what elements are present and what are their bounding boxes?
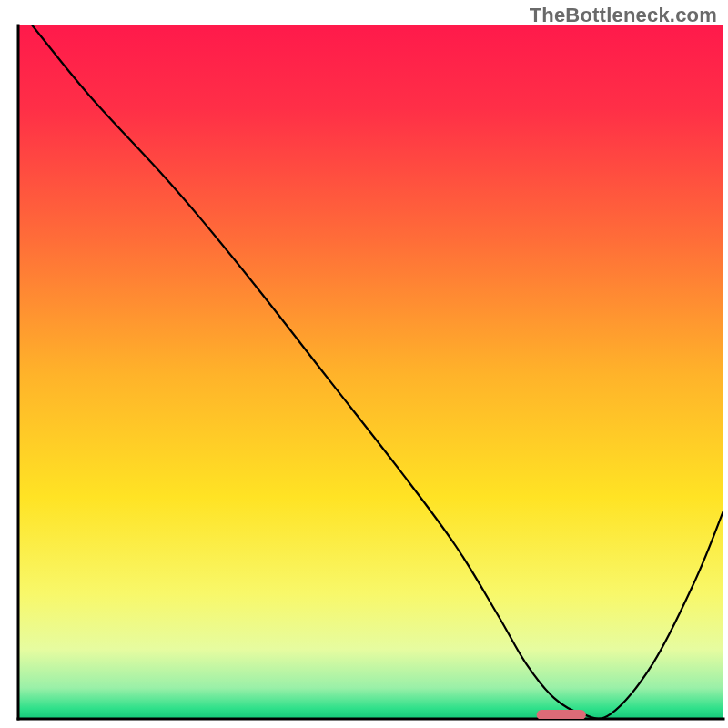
- gradient-background: [18, 25, 723, 719]
- watermark-text: TheBottleneck.com: [530, 4, 717, 27]
- chart-container: TheBottleneck.com: [0, 0, 728, 728]
- optimum-marker: [537, 710, 586, 720]
- bottleneck-chart: [0, 0, 728, 728]
